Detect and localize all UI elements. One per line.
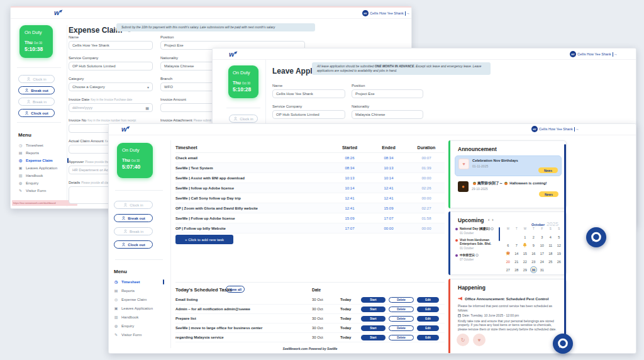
clock-in-button[interactable]: Clock in (229, 115, 258, 123)
menu-item-visitor-form[interactable]: ✎Visitor Form (114, 332, 162, 337)
calendar-day-14[interactable]: 14 (513, 249, 521, 257)
announcement-item[interactable]: ♥Celebration Nov Birthdays01-11-2025News (455, 155, 562, 176)
delete-button[interactable]: Delete (389, 335, 414, 340)
ended-time[interactable]: 15:09 (369, 206, 408, 210)
user-chip[interactable]: HY Cellis How Yee Shank → (531, 125, 579, 133)
calendar-day-12[interactable]: 12 (555, 241, 564, 249)
upcoming-event[interactable]: Visit from Herdsman Enterprises Sdn. Bhd… (455, 239, 497, 250)
menu-item-handbook[interactable]: ▥Handbook (18, 173, 66, 177)
calendar-day-29[interactable]: 29 (521, 266, 530, 274)
ended-time[interactable]: 10:14 (369, 176, 408, 180)
calendar-day-11[interactable]: 11 (547, 241, 555, 249)
ended-time[interactable]: 08:34 (369, 156, 408, 160)
announcement-item[interactable]: ●萬聖節快到了～ Halloween is coming!29-10-2025N… (455, 179, 562, 200)
input-category[interactable]: Choose a Category▾ (69, 82, 153, 91)
prev-month-icon[interactable]: ‹ (488, 218, 489, 222)
start-button[interactable]: Start (361, 335, 386, 340)
menu-item-expense-claim[interactable]: ◎Expense Claim (114, 297, 162, 301)
edit-button[interactable]: Edit (417, 335, 439, 340)
calendar-day-21[interactable]: 21 (513, 257, 521, 266)
user-chip[interactable]: HY Cellis How Yee Shank → (362, 9, 410, 17)
break-out-button[interactable]: Break out (18, 86, 55, 94)
calendar-day-4[interactable]: 4 (547, 233, 555, 241)
calendar-day-24[interactable]: 24 (538, 257, 547, 266)
calendar-day-28[interactable]: 28 (513, 266, 521, 274)
ended-time[interactable]: 00:00 (369, 227, 408, 230)
menu-item-enquiry[interactable]: ◍Enquiry (114, 323, 162, 328)
calendar-day-20[interactable]: 20 (504, 257, 513, 266)
calendar-day-5[interactable]: 5 (555, 233, 564, 241)
started-time[interactable]: 08:34 (330, 166, 369, 170)
delete-button[interactable]: Delete (389, 297, 414, 303)
input-invoice-date[interactable]: dd/mm/yyyy▦ (69, 103, 153, 112)
clock-out-button[interactable]: Clock out (114, 240, 153, 249)
upcoming-event[interactable]: 中秋節翌日i07 October (455, 254, 497, 261)
menu-item-leaves-application[interactable]: ▣Leaves Application (18, 166, 66, 170)
input-position[interactable]: Project Exe (352, 89, 423, 98)
signout-icon[interactable]: → (574, 127, 579, 132)
calendar-day-22[interactable]: 22 (521, 257, 530, 266)
start-button[interactable]: Start (361, 316, 386, 322)
event-scrollbar[interactable] (499, 227, 500, 241)
delete-button[interactable]: Delete (389, 325, 414, 331)
chat-fab-button[interactable] (553, 334, 573, 354)
chat-fab-button[interactable] (586, 227, 606, 247)
upcoming-event[interactable]: National Day (國慶日)i01 October (455, 227, 497, 235)
calendar-day-1[interactable]: 1 (521, 233, 530, 241)
calendar-day-31[interactable]: 31 (538, 266, 547, 274)
started-time[interactable]: 10:14 (330, 186, 369, 190)
input-name[interactable]: Cellis How Yee Shank (69, 41, 153, 50)
input-nationality[interactable]: Malaysia Chinese (352, 110, 423, 119)
start-button[interactable]: Start (361, 297, 386, 303)
calendar-day-17[interactable]: 17 (538, 249, 547, 257)
break-out-button[interactable]: Break out (114, 214, 153, 222)
calendar-day-3[interactable]: 3 (538, 233, 547, 241)
menu-item-timesheet[interactable]: ◷Timesheet (114, 279, 162, 284)
next-month-icon[interactable]: › (492, 218, 493, 222)
input-service-company[interactable]: OP Hub Solutions Limited (69, 62, 153, 70)
ended-time[interactable]: 12:41 (369, 186, 408, 190)
started-time[interactable]: 12:41 (330, 206, 369, 210)
edit-button[interactable]: Edit (417, 316, 439, 322)
calendar-day-9[interactable]: 9 (530, 241, 538, 249)
started-time[interactable]: 12:41 (330, 196, 369, 200)
start-button[interactable]: Start (361, 325, 386, 331)
calendar-day-15[interactable]: 15 (521, 249, 530, 257)
started-time[interactable]: 17:07 (330, 227, 369, 230)
calendar-day-19[interactable]: 19 (555, 249, 564, 257)
input-service-company[interactable]: OP Hub Solutions Limited (272, 110, 345, 119)
menu-item-visitor-form[interactable]: ✎Visitor Form (18, 188, 66, 193)
ended-time[interactable]: 10:13 (369, 166, 408, 170)
menu-item-reports[interactable]: ▤Reports (18, 150, 66, 155)
menu-item-handbook[interactable]: ▥Handbook (114, 315, 162, 319)
menu-item-reports[interactable]: ▤Reports (114, 288, 162, 293)
input-name[interactable]: Cellis How Yee Shank (272, 89, 345, 98)
repost-reaction-button[interactable]: ↻ (457, 334, 469, 346)
started-time[interactable]: 10:13 (330, 176, 369, 180)
calendar-day-27[interactable]: 27 (504, 266, 513, 274)
delete-button[interactable]: Delete (389, 316, 414, 322)
signout-icon[interactable]: → (405, 11, 410, 16)
menu-item-enquiry[interactable]: ◍Enquiry (18, 181, 66, 185)
edit-button[interactable]: Edit (417, 325, 439, 331)
calendar-day-10[interactable]: 10 (538, 241, 547, 249)
add-task-button[interactable]: + Click to add new task (175, 235, 233, 244)
calendar-day-23[interactable]: 23 (530, 257, 538, 266)
signout-icon[interactable]: → (613, 52, 618, 57)
calendar-day-25[interactable]: 25 (547, 257, 555, 266)
user-chip[interactable]: HY Cellis How Yee Shank → (570, 50, 618, 58)
view-all-button[interactable]: View all (226, 286, 245, 293)
calendar-day-26[interactable]: 26 (555, 257, 564, 266)
calendar-day-2[interactable]: 2 (530, 233, 538, 241)
started-time[interactable]: 08:26 (330, 156, 369, 160)
menu-item-expense-claim[interactable]: ◎Expense Claim (18, 158, 66, 162)
ended-time[interactable]: 12:41 (369, 196, 408, 200)
panel-scrollbar[interactable] (564, 144, 566, 344)
edit-button[interactable]: Edit (417, 297, 439, 303)
menu-item-timesheet[interactable]: ◷Timesheet (18, 143, 66, 147)
calendar-day-7[interactable]: 7 (513, 241, 521, 249)
break-in-button[interactable]: Break in (18, 98, 55, 106)
clock-in-button[interactable]: Clock in (18, 75, 55, 83)
calendar-day-18[interactable]: 18 (547, 249, 555, 257)
calendar-day-16[interactable]: 16 (530, 249, 538, 257)
